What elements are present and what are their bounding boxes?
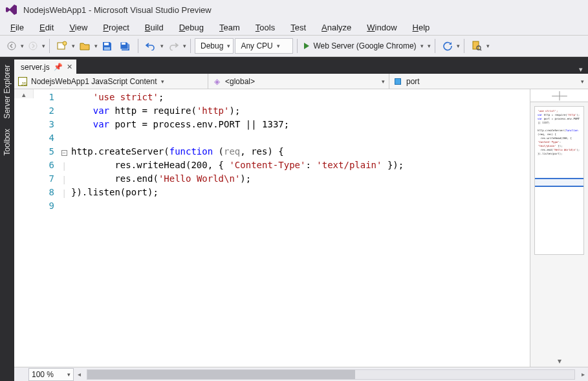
line-number: 4 bbox=[34, 133, 54, 146]
svg-point-0 bbox=[8, 42, 16, 50]
chevron-down-icon[interactable]: ▾ bbox=[72, 43, 75, 49]
document-tab-serverjs[interactable]: server.js 📌 ✕ bbox=[14, 60, 76, 74]
chevron-down-icon: ▾ bbox=[277, 43, 280, 49]
code-line[interactable]: var http = require('http'); bbox=[71, 105, 530, 119]
chevron-down-icon[interactable]: ▾ bbox=[160, 43, 164, 49]
line-number: 2 bbox=[34, 105, 54, 119]
menu-test[interactable]: Test bbox=[284, 21, 312, 34]
nav-member-dropdown[interactable]: port ▾ bbox=[389, 74, 588, 89]
line-number: 5 bbox=[34, 146, 54, 160]
vertical-scroll-region: 'use strict'; var http = require('http')… bbox=[530, 89, 588, 367]
chevron-down-icon: ▾ bbox=[67, 371, 71, 378]
nav-back-button[interactable] bbox=[4, 38, 19, 54]
code-line[interactable]: res.writeHead(200, { 'Content-Type': 'te… bbox=[71, 160, 530, 173]
field-icon bbox=[393, 77, 402, 86]
pin-icon[interactable]: 📌 bbox=[54, 63, 63, 71]
save-all-button[interactable] bbox=[116, 38, 134, 54]
menu-window[interactable]: Window bbox=[360, 21, 403, 34]
zoom-dropdown[interactable]: 100 % ▾ bbox=[28, 368, 74, 381]
chevron-down-icon[interactable]: ▾ bbox=[42, 43, 45, 49]
document-tab-well: server.js 📌 ✕ ▾ bbox=[14, 57, 588, 74]
code-text-view[interactable]: 'use strict'; var http = require('http')… bbox=[69, 89, 530, 367]
scroll-up-arrow[interactable]: ▴ bbox=[22, 91, 26, 99]
close-icon[interactable]: ✕ bbox=[67, 63, 72, 71]
chevron-down-icon: ▾ bbox=[581, 78, 584, 85]
chevron-down-icon: ▾ bbox=[227, 43, 230, 49]
chevron-down-icon: ▾ bbox=[382, 78, 385, 85]
code-line[interactable]: http.createServer(function (req, res) { bbox=[71, 146, 530, 160]
menu-build[interactable]: Build bbox=[138, 21, 170, 34]
undo-button[interactable] bbox=[142, 38, 159, 54]
svg-rect-4 bbox=[104, 43, 109, 45]
tab-overflow-button[interactable]: ▾ bbox=[574, 65, 588, 74]
minimap[interactable]: 'use strict'; var http = require('http')… bbox=[534, 106, 584, 255]
menu-analyze[interactable]: Analyze bbox=[315, 21, 358, 34]
chevron-down-icon[interactable]: ▾ bbox=[457, 43, 460, 49]
chevron-down-icon[interactable]: ▾ bbox=[428, 43, 431, 49]
save-button[interactable] bbox=[99, 38, 115, 54]
margin-indicator-col: ▴ bbox=[14, 89, 34, 98]
fold-cell bbox=[60, 105, 69, 119]
run-target-label: Web Server (Google Chrome) bbox=[313, 41, 416, 50]
menu-edit[interactable]: Edit bbox=[33, 21, 60, 34]
chevron-down-icon[interactable]: ▾ bbox=[21, 43, 24, 49]
menu-help[interactable]: Help bbox=[406, 21, 437, 34]
menu-tools[interactable]: Tools bbox=[249, 21, 281, 34]
code-line[interactable] bbox=[71, 133, 530, 146]
svg-rect-5 bbox=[104, 47, 110, 50]
nav-scope-label: NodejsWebApp1 JavaScript Content bbox=[31, 77, 157, 86]
hscroll-right-arrow[interactable]: ▸ bbox=[578, 369, 588, 380]
menu-debug[interactable]: Debug bbox=[173, 21, 210, 34]
editor-status-bar: 100 % ▾ ◂ ▸ bbox=[14, 367, 588, 381]
separator bbox=[190, 39, 191, 53]
redo-button[interactable] bbox=[165, 38, 182, 54]
menu-file[interactable]: File bbox=[4, 21, 30, 34]
menu-team[interactable]: Team bbox=[213, 21, 246, 34]
scrollbar-track[interactable] bbox=[530, 259, 588, 355]
code-line[interactable] bbox=[71, 201, 530, 214]
side-tab-toolbox[interactable]: Toolbox bbox=[1, 124, 13, 160]
split-handle-icon bbox=[552, 91, 567, 100]
chevron-down-icon: ▾ bbox=[161, 78, 164, 85]
line-number: 3 bbox=[34, 119, 54, 133]
menu-project[interactable]: Project bbox=[96, 21, 135, 34]
code-line[interactable]: res.end('Hello World\n'); bbox=[71, 173, 530, 187]
svg-point-1 bbox=[29, 42, 37, 50]
nav-scope-dropdown[interactable]: NodejsWebApp1 JavaScript Content ▾ bbox=[14, 74, 208, 89]
menu-bar: FileEditViewProjectBuildDebugTeamToolsTe… bbox=[0, 19, 588, 35]
minimap-viewport[interactable] bbox=[535, 178, 583, 187]
line-number: 6 bbox=[34, 160, 54, 173]
code-nav-bar: NodejsWebApp1 JavaScript Content ▾ ◈ <gl… bbox=[14, 74, 588, 89]
chevron-down-icon[interactable]: ▾ bbox=[94, 43, 98, 49]
horizontal-scrollbar[interactable] bbox=[87, 369, 575, 380]
nav-forward-button[interactable] bbox=[25, 38, 41, 54]
line-number: 7 bbox=[34, 173, 54, 187]
solution-config-dropdown[interactable]: Debug ▾ bbox=[195, 38, 234, 54]
chevron-down-icon: ▾ bbox=[420, 43, 424, 49]
new-project-button[interactable] bbox=[54, 38, 71, 54]
code-line[interactable]: var port = process.env.PORT || 1337; bbox=[71, 119, 530, 133]
document-tab-label: server.js bbox=[21, 63, 50, 72]
solution-platform-dropdown[interactable]: Any CPU ▾ bbox=[235, 38, 293, 54]
side-tab-server-explorer[interactable]: Server Explorer bbox=[1, 60, 13, 124]
find-in-files-button[interactable] bbox=[468, 38, 485, 54]
split-handle[interactable] bbox=[530, 89, 588, 102]
title-bar: NodejsWebApp1 - Microsoft Visual Studio … bbox=[0, 0, 588, 19]
hscroll-thumb[interactable] bbox=[87, 370, 355, 379]
chevron-down-icon[interactable]: ▾ bbox=[183, 43, 186, 49]
fold-toggle[interactable]: − bbox=[61, 150, 67, 156]
open-file-button[interactable] bbox=[76, 38, 93, 54]
code-line[interactable]: 'use strict'; bbox=[71, 92, 530, 105]
browser-refresh-button[interactable] bbox=[439, 38, 455, 54]
code-line[interactable]: }).listen(port); bbox=[71, 187, 530, 201]
start-debugging-button[interactable]: Web Server (Google Chrome) ▾ bbox=[301, 38, 427, 54]
nav-container-dropdown[interactable]: ◈ <global> ▾ bbox=[208, 74, 389, 89]
scroll-down-arrow[interactable]: ▾ bbox=[530, 355, 588, 367]
menu-view[interactable]: View bbox=[63, 21, 94, 34]
hscroll-left-arrow[interactable]: ◂ bbox=[74, 369, 84, 380]
jsfile-icon bbox=[18, 77, 27, 86]
chevron-down-icon[interactable]: ▾ bbox=[486, 43, 490, 49]
play-icon bbox=[304, 43, 309, 49]
line-number: 8 bbox=[34, 187, 54, 201]
code-editor[interactable]: ▴ 123456789 −│││ 'use strict'; var http … bbox=[14, 89, 588, 367]
